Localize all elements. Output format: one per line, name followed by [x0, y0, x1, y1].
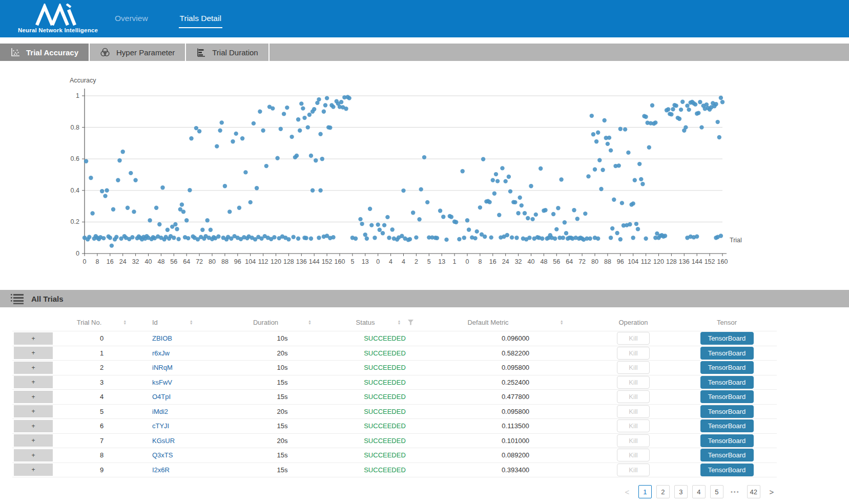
scatter-point[interactable]: [184, 218, 189, 222]
scatter-point[interactable]: [508, 189, 512, 193]
scatter-point[interactable]: [461, 169, 465, 173]
trial-id-cell[interactable]: r6xJw: [152, 349, 170, 357]
tensorboard-button[interactable]: TensorBoard: [700, 332, 754, 345]
scatter-point[interactable]: [559, 177, 563, 181]
scatter-point[interactable]: [695, 235, 699, 239]
scatter-point[interactable]: [320, 157, 324, 161]
scatter-point[interactable]: [215, 144, 219, 148]
scatter-point[interactable]: [497, 213, 501, 217]
scatter-point[interactable]: [462, 236, 466, 240]
scatter-point[interactable]: [438, 208, 442, 213]
scatter-point[interactable]: [650, 103, 654, 108]
kill-button[interactable]: Kill: [617, 464, 650, 476]
scatter-point[interactable]: [295, 154, 299, 158]
scatter-point[interactable]: [647, 145, 651, 150]
scatter-point[interactable]: [467, 227, 471, 232]
scatter-point[interactable]: [301, 106, 305, 110]
scatter-point[interactable]: [590, 114, 594, 118]
scatter-point[interactable]: [296, 117, 300, 121]
scatter-point[interactable]: [529, 184, 533, 188]
tensorboard-button[interactable]: TensorBoard: [700, 434, 754, 447]
sort-icon[interactable]: ▲▼: [308, 320, 312, 325]
scatter-point[interactable]: [347, 96, 351, 100]
scatter-point[interactable]: [425, 200, 429, 204]
scatter-point[interactable]: [132, 209, 136, 214]
kill-button[interactable]: Kill: [617, 405, 650, 418]
scatter-point[interactable]: [551, 212, 555, 216]
scatter-point[interactable]: [518, 196, 522, 200]
sort-icon[interactable]: ▲▼: [190, 320, 193, 325]
scatter-point[interactable]: [527, 236, 531, 240]
scatter-point[interactable]: [553, 237, 557, 241]
scatter-point[interactable]: [369, 223, 374, 227]
scatter-point[interactable]: [540, 237, 544, 241]
scatter-point[interactable]: [591, 132, 595, 136]
scatter-point[interactable]: [272, 235, 276, 239]
scatter-point[interactable]: [302, 116, 306, 120]
trial-id-cell[interactable]: Q3xTS: [152, 451, 173, 459]
scatter-point[interactable]: [89, 176, 93, 180]
scatter-point[interactable]: [554, 227, 558, 231]
next-page-button[interactable]: >: [765, 485, 778, 498]
scatter-point[interactable]: [90, 211, 94, 215]
scatter-point[interactable]: [249, 200, 253, 204]
expand-row-button[interactable]: +: [14, 376, 53, 388]
scatter-point[interactable]: [669, 112, 673, 116]
nav-tab-overview[interactable]: Overview: [114, 10, 149, 28]
scatter-point[interactable]: [696, 111, 700, 115]
scatter-point[interactable]: [609, 148, 613, 152]
scatter-point[interactable]: [240, 136, 244, 140]
scatter-point[interactable]: [513, 200, 517, 204]
scatter-point[interactable]: [543, 208, 547, 212]
expand-row-button[interactable]: +: [14, 405, 53, 417]
scatter-point[interactable]: [422, 155, 426, 159]
scatter-point[interactable]: [176, 237, 180, 241]
scatter-point[interactable]: [419, 187, 423, 191]
scatter-point[interactable]: [360, 222, 364, 226]
scatter-point[interactable]: [299, 101, 303, 106]
scatter-point[interactable]: [653, 236, 657, 240]
scatter-point[interactable]: [234, 132, 238, 136]
scatter-point[interactable]: [165, 228, 170, 232]
scatter-point[interactable]: [322, 110, 326, 114]
scatter-point[interactable]: [237, 206, 241, 210]
scatter-point[interactable]: [216, 235, 220, 239]
scatter-point[interactable]: [607, 136, 611, 140]
scatter-point[interactable]: [314, 158, 318, 162]
tensorboard-button[interactable]: TensorBoard: [700, 419, 754, 432]
scatter-point[interactable]: [510, 235, 514, 239]
expand-row-button[interactable]: +: [14, 449, 53, 461]
scatter-point[interactable]: [385, 215, 389, 219]
scatter-point[interactable]: [492, 192, 496, 196]
scatter-point[interactable]: [539, 166, 543, 171]
scatter-point[interactable]: [481, 157, 485, 161]
scatter-point[interactable]: [126, 206, 130, 210]
tab-trial-duration[interactable]: Trial Duration: [186, 44, 269, 61]
scatter-point[interactable]: [475, 229, 479, 234]
kill-button[interactable]: Kill: [617, 449, 650, 461]
kill-button[interactable]: Kill: [617, 332, 650, 345]
scatter-point[interactable]: [491, 178, 495, 182]
scatter-point[interactable]: [561, 236, 565, 240]
scatter-point[interactable]: [414, 235, 418, 239]
scatter-point[interactable]: [390, 227, 395, 232]
nni-logo[interactable]: Neural Network Intelligence: [14, 2, 101, 36]
scatter-point[interactable]: [628, 222, 632, 226]
scatter-point[interactable]: [631, 236, 635, 240]
trial-id-cell[interactable]: O4TpI: [152, 393, 171, 401]
scatter-point[interactable]: [101, 236, 106, 240]
scatter-point[interactable]: [103, 194, 107, 198]
scatter-point[interactable]: [677, 117, 681, 121]
scatter-point[interactable]: [186, 236, 190, 240]
sort-icon[interactable]: ▲▼: [560, 320, 564, 325]
scatter-point[interactable]: [487, 200, 491, 204]
scatter-point[interactable]: [317, 236, 321, 240]
scatter-point[interactable]: [449, 215, 453, 219]
scatter-point[interactable]: [285, 106, 289, 110]
scatter-point[interactable]: [110, 243, 114, 247]
scatter-point[interactable]: [454, 220, 458, 224]
scatter-point[interactable]: [564, 231, 568, 235]
scatter-point[interactable]: [612, 198, 616, 202]
scatter-point[interactable]: [633, 178, 637, 182]
scatter-point[interactable]: [500, 166, 504, 170]
